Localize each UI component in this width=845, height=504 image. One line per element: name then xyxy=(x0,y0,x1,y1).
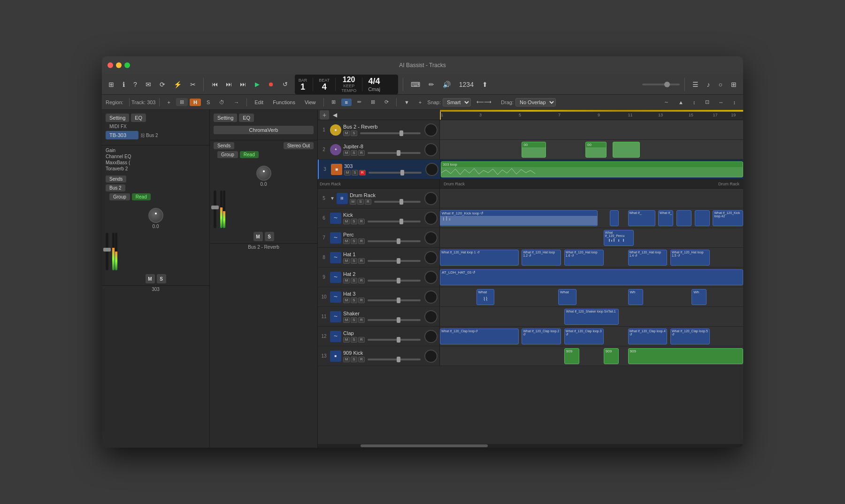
midi-view-btn[interactable]: ⊞ xyxy=(176,98,188,106)
solo-btn-10[interactable]: S xyxy=(351,298,357,303)
track-pan-7[interactable] xyxy=(424,231,438,244)
list-item[interactable] xyxy=(695,210,710,226)
list-item[interactable]: 00 xyxy=(585,142,607,158)
track-icon-12[interactable]: 〜 xyxy=(330,331,341,342)
track-fader-13[interactable] xyxy=(368,359,421,360)
mute-btn-12[interactable]: M xyxy=(343,337,350,343)
list-item[interactable]: What If_120_Kick loop.42 xyxy=(713,210,743,226)
track-fader-thumb-2[interactable] xyxy=(397,150,400,156)
list-item[interactable]: What If_120_Percu xyxy=(604,230,634,246)
track-pan-5[interactable] xyxy=(424,192,438,205)
toolbar-icon-btn-5[interactable]: ⟳ xyxy=(157,79,168,90)
track-fader-thumb-12[interactable] xyxy=(397,337,400,343)
list-item[interactable]: What If_120_Shaker loop SnTail.1 xyxy=(564,309,619,325)
pencil-btn[interactable]: ✏ xyxy=(426,79,437,90)
solo-btn-left[interactable]: S xyxy=(157,274,166,283)
track-pan-1[interactable] xyxy=(424,123,438,137)
toolbar-icon-btn-2[interactable]: ℹ xyxy=(120,79,128,90)
solo-btn-11[interactable]: S xyxy=(351,317,357,323)
minimize-button[interactable] xyxy=(116,62,122,68)
mute-btn-13[interactable]: M xyxy=(343,357,350,362)
track-pan-9[interactable] xyxy=(424,271,438,284)
fx-channel-eq[interactable]: Channel EQ xyxy=(106,153,206,160)
edit-button[interactable]: Edit xyxy=(251,99,267,106)
solo-btn-9[interactable]: S xyxy=(351,278,357,283)
pan-knob-right[interactable] xyxy=(256,166,271,181)
track-fader-thumb-5[interactable] xyxy=(399,199,403,205)
track-fader-12[interactable] xyxy=(368,339,421,341)
list-item[interactable] xyxy=(610,210,619,226)
list-item[interactable]: What If_120_Clap loop.5 ↺ xyxy=(670,328,710,344)
drag-select[interactable]: No Overlap X-Fade xyxy=(515,98,556,107)
track-fader-7[interactable] xyxy=(368,240,421,242)
list-item[interactable]: 909 xyxy=(604,348,619,364)
loop-icon-btn[interactable]: ○ xyxy=(716,79,725,90)
list-item[interactable]: What If_ xyxy=(658,210,673,226)
eq-button-left[interactable]: EQ xyxy=(131,114,146,122)
rec-btn-9[interactable]: R xyxy=(358,278,365,283)
rec-btn-13[interactable]: R xyxy=(358,357,365,362)
add-track-button[interactable]: + xyxy=(163,99,174,106)
track-fader-thumb-3[interactable] xyxy=(400,170,404,176)
tool-btn-2[interactable]: ≡ xyxy=(341,99,352,106)
list-item[interactable]: What If_120_Hat loop 1.6 ↺ xyxy=(564,250,604,266)
track-pan-13[interactable] xyxy=(424,350,438,363)
normalize-btn[interactable]: ⊡ xyxy=(701,98,713,106)
track-icon-5[interactable]: ⊞ xyxy=(337,193,348,204)
loop-button[interactable]: ↺ xyxy=(279,78,292,91)
list-item[interactable]: 303 loop xyxy=(441,161,743,177)
toolbar-icon-btn-4[interactable]: ✉ xyxy=(143,79,154,90)
toolbar-icon-btn-6[interactable]: ⚡ xyxy=(171,79,184,90)
solo-btn-2[interactable]: S xyxy=(351,150,357,156)
solo-btn-8[interactable]: S xyxy=(351,258,357,264)
rec-btn-2[interactable]: R xyxy=(358,150,365,156)
list-item[interactable]: What if_120_Clap loop.3 ↺ xyxy=(564,328,604,344)
mute-btn-7[interactable]: M xyxy=(343,238,350,244)
track-fader-2[interactable] xyxy=(368,152,421,154)
pan-knob-left[interactable] xyxy=(148,208,163,223)
s-btn[interactable]: S xyxy=(203,99,214,106)
toolbar-icon-btn-1[interactable]: ⊞ xyxy=(106,79,117,90)
fx-toraverb[interactable]: Toraverb 2 xyxy=(106,166,206,172)
speaker-btn[interactable]: 🔊 xyxy=(440,79,453,90)
read-btn-right[interactable]: Read xyxy=(240,151,259,158)
close-button[interactable] xyxy=(108,62,113,68)
list-item[interactable]: 909 xyxy=(564,348,579,364)
eq-button-right[interactable]: EQ xyxy=(239,114,254,122)
track-fader-10[interactable] xyxy=(368,299,421,301)
track-fader-thumb-10[interactable] xyxy=(397,298,400,303)
list-btn[interactable]: ☰ xyxy=(690,79,701,90)
horizontal-scrollbar[interactable] xyxy=(318,444,743,448)
track-icon-10[interactable]: 〜 xyxy=(330,291,341,303)
lcd-btn[interactable]: ⌨ xyxy=(408,79,423,90)
tracks-scroll[interactable]: 1 ● Bus 2 - Reverb M S xyxy=(318,120,743,444)
list-item[interactable]: What xyxy=(558,289,576,305)
track-icon-6[interactable]: 〜 xyxy=(330,213,341,224)
track-pan-11[interactable] xyxy=(424,310,438,323)
chromaverb-btn[interactable]: ChromaVerb xyxy=(214,126,314,134)
track-pan-10[interactable] xyxy=(424,290,438,304)
peak-btn[interactable]: ▲ xyxy=(675,99,687,106)
waveform-btn[interactable]: ～ xyxy=(660,98,673,107)
track-fader-8[interactable] xyxy=(368,260,421,262)
add-track-button-ruler[interactable]: + xyxy=(320,110,329,120)
mute-btn-9[interactable]: M xyxy=(343,278,350,283)
time-signature[interactable]: 4/4 xyxy=(368,76,380,86)
snap-toggle[interactable]: ⟵⟶ xyxy=(473,98,495,106)
orange-h-btn[interactable]: H xyxy=(190,99,201,106)
fader-track-left[interactable] xyxy=(106,233,108,270)
bus2-btn[interactable]: Bus 2 xyxy=(106,184,125,191)
sends-btn-left[interactable]: Sends xyxy=(106,176,126,183)
rec-btn-5[interactable]: R xyxy=(365,199,371,205)
solo-btn-6[interactable]: S xyxy=(351,219,357,224)
track-fader-3[interactable] xyxy=(369,172,422,174)
tuner-btn[interactable]: ⬆ xyxy=(479,79,491,90)
arrow-btn-r[interactable]: → xyxy=(230,99,243,106)
track-pan-8[interactable] xyxy=(424,251,438,264)
list-item[interactable] xyxy=(613,142,640,158)
track-icon-1[interactable]: ● xyxy=(330,124,341,136)
rec-btn-10[interactable]: R xyxy=(358,298,365,303)
list-item[interactable]: Wh xyxy=(628,289,643,305)
tool-btn-5[interactable]: ⟳ xyxy=(381,98,392,106)
track-fader-thumb-7[interactable] xyxy=(397,238,400,244)
